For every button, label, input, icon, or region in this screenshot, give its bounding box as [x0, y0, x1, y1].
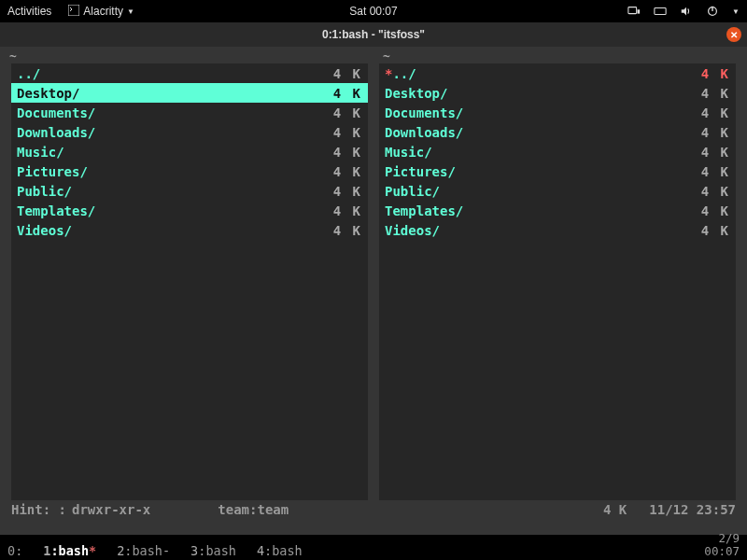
chevron-down-icon: ▼ [127, 7, 134, 16]
svg-rect-2 [638, 9, 641, 13]
file-size: 4 K [333, 145, 362, 160]
app-name-label: Alacritty [83, 5, 123, 18]
file-size: 4 K [333, 184, 362, 199]
file-name: Pictures/ [385, 164, 456, 179]
window-title-bar: 0:1:bash - "itsfoss" ✕ [0, 22, 747, 47]
file-name: ../ [385, 66, 416, 81]
file-row[interactable]: Documents/4 K [379, 103, 736, 122]
svg-rect-3 [655, 8, 666, 15]
screencast-icon[interactable] [627, 5, 641, 18]
file-name: Public/ [385, 184, 440, 199]
file-row[interactable]: Videos/4 K [11, 220, 368, 240]
hint-label: Hint: : [11, 502, 66, 517]
status-date: 11/12 23:57 [649, 502, 736, 517]
file-name: Videos/ [17, 223, 72, 238]
activities-button[interactable]: Activities [7, 5, 51, 18]
last-flag-icon: - [162, 543, 170, 558]
power-icon[interactable] [706, 5, 719, 18]
status-size: 4 K [603, 502, 627, 517]
file-size: 4 K [333, 164, 362, 179]
volume-icon[interactable] [680, 5, 693, 18]
close-icon: ✕ [730, 30, 738, 40]
status-line: Hint: : drwxr-xr-x team:team 4 K 11/12 2… [0, 500, 747, 517]
file-row[interactable]: Pictures/4 K [379, 161, 736, 181]
file-name: Documents/ [17, 105, 95, 120]
file-row[interactable]: Templates/4 K [11, 201, 368, 220]
window-title: 0:1:bash - "itsfoss" [322, 28, 425, 41]
tmux-clock: 00:07 [704, 545, 740, 558]
owner-text: team:team [218, 502, 289, 517]
tmux-position: 2/9 [718, 532, 740, 545]
keyboard-icon[interactable] [654, 5, 667, 18]
tmux-window[interactable]: 4:bash [257, 543, 303, 558]
active-flag-icon: * [89, 543, 96, 558]
file-size: 4 K [333, 223, 362, 238]
file-size: 4 K [701, 125, 730, 140]
file-name: Templates/ [17, 203, 95, 218]
terminal-body: ~ ~ ../4 KDesktop/4 KDocuments/4 KDownlo… [0, 47, 747, 535]
file-name: Desktop/ [385, 86, 447, 101]
chevron-down-icon[interactable]: ▼ [732, 7, 740, 16]
left-file-pane[interactable]: ../4 KDesktop/4 KDocuments/4 KDownloads/… [11, 63, 368, 500]
tmux-window[interactable]: 1:bash* [43, 543, 96, 558]
file-row[interactable]: Public/4 K [379, 181, 736, 201]
svg-rect-1 [628, 7, 637, 14]
file-row[interactable]: Desktop/4 K [11, 83, 368, 103]
file-size: 4 K [333, 105, 362, 120]
file-row[interactable]: Music/4 K [379, 142, 736, 161]
clock-label[interactable]: Sat 00:07 [349, 5, 397, 18]
file-name: Pictures/ [17, 164, 88, 179]
file-row[interactable]: Public/4 K [11, 181, 368, 201]
tmux-status-bar: 0: 1:bash*2:bash-3:bash4:bash 2/9 00:07 [0, 535, 747, 560]
file-size: 4 K [701, 145, 730, 160]
file-size: 4 K [333, 66, 362, 81]
permissions-text: drwxr-xr-x [72, 502, 150, 517]
close-button[interactable]: ✕ [726, 27, 741, 42]
file-row[interactable]: Downloads/4 K [379, 122, 736, 142]
file-size: 4 K [333, 125, 362, 140]
left-pane-header: ~ [0, 49, 374, 62]
file-name: Templates/ [385, 203, 463, 218]
file-name: Downloads/ [385, 125, 463, 140]
file-row[interactable]: Desktop/4 K [379, 83, 736, 103]
file-row[interactable]: Templates/4 K [379, 201, 736, 220]
file-name: Documents/ [385, 105, 463, 120]
tmux-window[interactable]: 2:bash- [117, 543, 170, 558]
file-name: Videos/ [385, 223, 440, 238]
gnome-top-bar: Activities Alacritty ▼ Sat 00:07 ▼ [0, 0, 747, 22]
file-name: Music/ [385, 145, 432, 160]
file-row[interactable]: ../4 K [11, 63, 368, 83]
file-size: 4 K [333, 86, 362, 101]
file-size: 4 K [701, 184, 730, 199]
file-name: ../ [17, 66, 40, 81]
file-row[interactable]: Videos/4 K [379, 220, 736, 240]
file-row[interactable]: ../4 K [379, 63, 736, 83]
file-size: 4 K [701, 164, 730, 179]
file-size: 4 K [701, 86, 730, 101]
file-size: 4 K [701, 66, 730, 81]
file-row[interactable]: Music/4 K [11, 142, 368, 161]
svg-rect-0 [68, 5, 79, 16]
tmux-session-id: 0: [7, 543, 22, 558]
terminal-icon [68, 5, 79, 19]
right-file-pane[interactable]: ../4 KDesktop/4 KDocuments/4 KDownloads/… [379, 63, 736, 500]
file-name: Desktop/ [17, 86, 79, 101]
file-name: Music/ [17, 145, 64, 160]
file-size: 4 K [701, 203, 730, 218]
tmux-window[interactable]: 3:bash [190, 543, 236, 558]
file-row[interactable]: Documents/4 K [11, 103, 368, 122]
file-size: 4 K [333, 203, 362, 218]
file-row[interactable]: Pictures/4 K [11, 161, 368, 181]
file-name: Public/ [17, 184, 72, 199]
app-menu[interactable]: Alacritty ▼ [68, 5, 134, 19]
file-row[interactable]: Downloads/4 K [11, 122, 368, 142]
file-size: 4 K [701, 223, 730, 238]
right-pane-header: ~ [374, 49, 747, 62]
file-name: Downloads/ [17, 125, 95, 140]
file-size: 4 K [701, 105, 730, 120]
